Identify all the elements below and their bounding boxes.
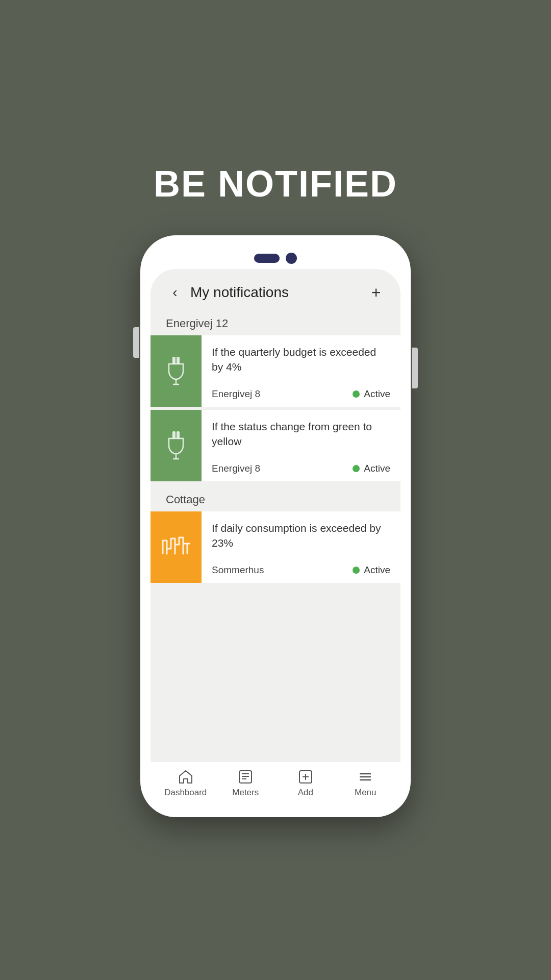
nav-label-meters: Meters [232, 788, 259, 798]
notif-status-1: Active [353, 388, 390, 400]
svg-rect-4 [172, 431, 176, 438]
notif-description-3: If daily consumption is exceeded by 23% [212, 521, 390, 551]
notch-circle [286, 253, 297, 264]
phone-notch [151, 246, 400, 269]
page-title-header: My notifications [190, 284, 367, 301]
notification-card-2[interactable]: If the status change from green to yello… [151, 410, 400, 481]
status-label-1: Active [364, 388, 390, 400]
page-title-text: BE NOTIFIED [154, 163, 397, 205]
add-icon: + [371, 284, 381, 301]
content-scroll[interactable]: Energivej 12 If the quarterly budge [151, 311, 400, 761]
notif-footer-3: Sommerhus Active [212, 565, 390, 576]
section-label-energivej12: Energivej 12 [151, 311, 400, 335]
svg-rect-5 [177, 431, 180, 438]
nav-item-menu[interactable]: Menu [336, 769, 396, 798]
notif-icon-area-3 [151, 511, 202, 583]
notch-pill [254, 254, 280, 263]
add-button[interactable]: + [367, 283, 385, 302]
status-label-3: Active [364, 565, 390, 576]
back-chevron-icon: ‹ [172, 285, 177, 300]
notif-body-2: If the status change from green to yello… [202, 410, 400, 481]
notif-icon-area-1 [151, 335, 202, 407]
notification-card-3[interactable]: If daily consumption is exceeded by 23% … [151, 511, 400, 583]
meters-icon [237, 769, 254, 785]
notif-footer-2: Energivej 8 Active [212, 463, 390, 474]
menu-icon [357, 769, 373, 785]
nav-label-menu: Menu [355, 788, 377, 798]
status-dot-3 [353, 567, 360, 574]
wave-icon-3 [161, 534, 191, 560]
status-label-2: Active [364, 463, 390, 474]
notif-body-1: If the quarterly budget is exceeded by 4… [202, 335, 400, 407]
notif-status-3: Active [353, 565, 390, 576]
section-cottage: Cottage If daily consumption is exceeded… [151, 487, 400, 583]
notif-meter-2: Energivej 8 [212, 463, 260, 474]
dashboard-icon [178, 769, 194, 785]
section-divider-1 [151, 483, 400, 487]
add-nav-icon [297, 769, 314, 785]
phone-frame: ‹ My notifications + Energivej 12 [140, 235, 411, 817]
notif-description-1: If the quarterly budget is exceeded by 4… [212, 345, 390, 375]
notif-status-2: Active [353, 463, 390, 474]
notification-card-1[interactable]: If the quarterly budget is exceeded by 4… [151, 335, 400, 407]
header: ‹ My notifications + [151, 269, 400, 311]
section-energivej12: Energivej 12 If the quarterly budge [151, 311, 400, 481]
status-dot-1 [353, 390, 360, 398]
nav-label-dashboard: Dashboard [164, 788, 207, 798]
plug-icon-1 [165, 356, 187, 386]
svg-rect-0 [172, 357, 176, 364]
nav-label-add: Add [298, 788, 313, 798]
notif-footer-1: Energivej 8 Active [212, 388, 390, 400]
back-button[interactable]: ‹ [166, 283, 184, 302]
section-label-cottage: Cottage [151, 487, 400, 511]
nav-item-add[interactable]: Add [276, 769, 336, 798]
notif-meter-1: Energivej 8 [212, 388, 260, 400]
svg-rect-1 [177, 357, 180, 364]
status-dot-2 [353, 465, 360, 472]
notif-meter-3: Sommerhus [212, 565, 264, 576]
notif-body-3: If daily consumption is exceeded by 23% … [202, 511, 400, 583]
notif-icon-area-2 [151, 410, 202, 481]
notif-description-2: If the status change from green to yello… [212, 419, 390, 449]
plug-icon-2 [165, 430, 187, 461]
nav-item-meters[interactable]: Meters [216, 769, 276, 798]
bottom-nav: Dashboard Meters Add [151, 761, 400, 807]
screen: ‹ My notifications + Energivej 12 [151, 269, 400, 807]
nav-item-dashboard[interactable]: Dashboard [156, 769, 216, 798]
